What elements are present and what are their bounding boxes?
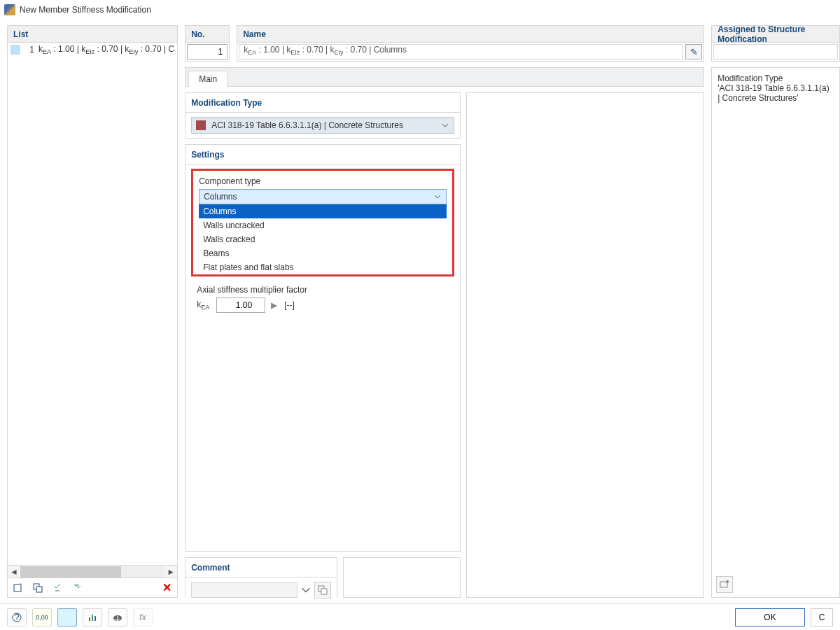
info-type-label: Modification Type: [718, 74, 834, 83]
info-panel: Modification Type 'ACI 318-19 Table 6.6.…: [711, 67, 840, 598]
cloud-button[interactable]: [108, 608, 127, 626]
component-type-select[interactable]: Columns: [199, 189, 447, 204]
tab-strip: Main: [185, 67, 704, 87]
list-header: List: [8, 26, 177, 43]
scroll-left-button[interactable]: ◄: [8, 566, 20, 578]
comment-input[interactable]: [191, 582, 298, 598]
component-type-label: Component type: [199, 176, 447, 186]
ok-button[interactable]: OK: [735, 608, 805, 626]
modification-type-swatch: [196, 120, 206, 130]
svg-rect-4: [321, 589, 327, 594]
number-input[interactable]: [187, 44, 227, 59]
chevron-down-icon: [433, 192, 442, 201]
settings-group: Settings Component type Columns Columns …: [185, 144, 461, 552]
assigned-header: Assigned to Structure Modification: [712, 26, 839, 43]
chevron-down-icon[interactable]: [300, 584, 312, 596]
duplicate-item-button[interactable]: [30, 580, 46, 596]
number-field: No.: [185, 25, 230, 62]
color-button[interactable]: [57, 608, 77, 626]
name-header: Name: [237, 26, 704, 43]
chart-button[interactable]: [83, 608, 102, 626]
option-beams[interactable]: Beams: [199, 246, 447, 260]
component-type-dropdown: Columns Walls uncracked Walls cracked Be…: [199, 204, 447, 274]
list-panel: List 1 kEA : 1.00 | kEIz : 0.70 | kEIy :…: [7, 25, 178, 598]
scroll-right-button[interactable]: ►: [164, 566, 177, 578]
window-title: New Member Stiffness Modification: [20, 5, 151, 15]
modification-type-select[interactable]: ACI 318-19 Table 6.6.3.1.1(a) | Concrete…: [191, 117, 454, 134]
component-type-selected-value: Columns: [204, 192, 237, 202]
svg-rect-11: [94, 616, 96, 621]
help-button[interactable]: ?: [7, 608, 27, 626]
units-button[interactable]: 0,00: [32, 608, 52, 626]
settings-highlight-box: Component type Columns Columns Walls unc…: [191, 169, 454, 276]
app-icon: [4, 4, 15, 15]
option-walls-uncracked[interactable]: Walls uncracked: [199, 218, 447, 232]
list-toolbar: ✕: [8, 578, 177, 597]
svg-rect-10: [92, 615, 93, 621]
option-flat-plates[interactable]: Flat plates and flat slabs: [199, 260, 447, 274]
tab-main[interactable]: Main: [188, 71, 227, 87]
modification-type-value: ACI 318-19 Table 6.6.3.1.1(a) | Concrete…: [211, 120, 435, 130]
list-item[interactable]: 1 kEA : 1.00 | kEIz : 0.70 | kEIy : 0.70…: [8, 43, 177, 57]
svg-rect-2: [36, 587, 42, 592]
list-item-color-swatch: [10, 45, 20, 55]
list-item-text: kEA : 1.00 | kEIz : 0.70 | kEIy : 0.70 |…: [38, 44, 174, 55]
svg-rect-9: [89, 617, 90, 621]
horizontal-scrollbar[interactable]: ◄ ►: [8, 565, 177, 578]
axial-unit: [--]: [284, 300, 295, 310]
dialog-footer: ? 0,00 fx OK C: [0, 603, 840, 630]
axial-label: Axial stiffness multiplier factor: [197, 285, 449, 295]
svg-rect-0: [14, 584, 21, 592]
modification-type-group: Modification Type ACI 318-19 Table 6.6.3…: [185, 92, 461, 139]
list-body[interactable]: 1 kEA : 1.00 | kEIz : 0.70 | kEIy : 0.70…: [8, 43, 177, 565]
new-item-button[interactable]: [10, 580, 26, 596]
chevron-down-icon: [441, 121, 449, 130]
comment-aux-panel: [343, 557, 461, 598]
settings-header: Settings: [186, 145, 460, 164]
name-field: Name kEA : 1.00 | kEIz : 0.70 | kEIy : 0…: [237, 25, 704, 62]
axial-symbol: kEA: [197, 300, 209, 311]
svg-point-6: [726, 580, 729, 583]
comment-group: Comment: [185, 557, 337, 598]
function-button[interactable]: fx: [133, 608, 153, 626]
delete-button[interactable]: ✕: [159, 580, 174, 596]
assigned-input[interactable]: [713, 44, 838, 59]
axial-value-input[interactable]: [216, 298, 265, 313]
preview-panel: [466, 92, 704, 598]
modification-type-header: Modification Type: [186, 93, 460, 113]
name-input[interactable]: kEA : 1.00 | kEIz : 0.70 | kEIy : 0.70 |…: [239, 44, 682, 59]
apply-arrow-icon[interactable]: ▶: [271, 300, 277, 310]
comment-header: Comment: [186, 558, 337, 578]
info-type-value: 'ACI 318-19 Table 6.6.3.1.1(a) | Concret…: [718, 83, 834, 103]
check-up-button[interactable]: [69, 580, 85, 596]
comment-library-button[interactable]: [314, 582, 331, 598]
assigned-field: Assigned to Structure Modification: [711, 25, 840, 62]
titlebar: New Member Stiffness Modification: [0, 0, 840, 20]
edit-name-button[interactable]: ✎: [685, 44, 702, 59]
info-action-button[interactable]: [716, 576, 733, 593]
svg-text:?: ?: [15, 612, 20, 622]
option-columns[interactable]: Columns: [199, 204, 447, 218]
option-walls-cracked[interactable]: Walls cracked: [199, 232, 447, 246]
scroll-thumb[interactable]: [20, 566, 121, 578]
cancel-button[interactable]: C: [811, 608, 833, 626]
check-down-button[interactable]: [50, 580, 65, 596]
list-item-number: 1: [24, 45, 34, 55]
number-header: No.: [186, 26, 229, 43]
